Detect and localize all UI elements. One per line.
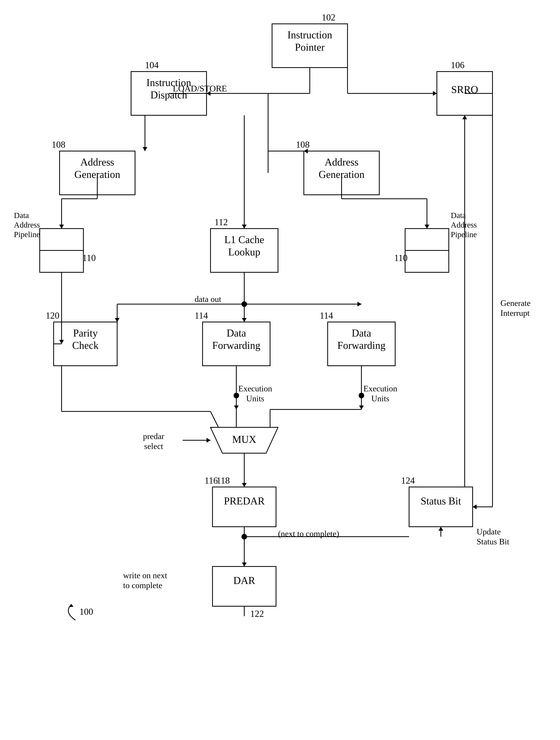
srro-label: SRRO — [438, 84, 491, 96]
ref-122: 122 — [250, 608, 264, 619]
pipeline-right-label: Data AddressPipeline — [451, 211, 490, 239]
data-out-label: data out — [195, 294, 221, 304]
generate-interrupt-label: GenerateInterrupt — [500, 298, 531, 318]
instruction-pointer-label: InstructionPointer — [273, 29, 346, 54]
ref-110-left: 110 — [82, 253, 96, 263]
svg-rect-8 — [40, 251, 83, 272]
ref-112: 112 — [214, 217, 228, 227]
ref-118: 118 — [216, 475, 230, 486]
addr-gen-right-label: AddressGeneration — [305, 156, 378, 181]
write-on-next-label: write on nextto complete — [123, 570, 167, 590]
status-bit-label: Status Bit — [410, 495, 472, 507]
ref-102: 102 — [322, 12, 335, 23]
ref-108-left: 108 — [51, 139, 65, 150]
parity-check-label: ParityCheck — [54, 327, 116, 352]
ref-120: 120 — [46, 310, 60, 321]
l1-cache-label: L1 CacheLookup — [212, 234, 277, 258]
ref-124: 124 — [401, 475, 415, 486]
ref-116: 116 — [205, 475, 218, 486]
pipeline-left-label: Data AddressPipeline — [14, 211, 53, 239]
svg-rect-9 — [405, 228, 449, 251]
addr-gen-left-label: AddressGeneration — [61, 156, 134, 181]
data-fwd-left-label: DataForwarding — [204, 327, 269, 352]
predar-select-label: predarselect — [143, 431, 164, 451]
diagram: 102 InstructionPointer 104 InstructionDi… — [0, 0, 560, 740]
exec-units-left-label: ExecutionUnits — [238, 384, 272, 404]
update-status-label: UpdateStatus Bit — [477, 527, 510, 547]
ref-104: 104 — [145, 60, 159, 71]
load-store-label: LOAD/STORE — [173, 84, 227, 94]
ref-110-right: 110 — [394, 253, 408, 263]
ref-114-right: 114 — [320, 310, 333, 321]
ref-106: 106 — [451, 60, 464, 71]
ref-108-right: 108 — [296, 139, 310, 150]
ref-114-left: 114 — [195, 310, 208, 321]
svg-rect-10 — [405, 251, 449, 272]
data-fwd-right-label: DataForwarding — [329, 327, 394, 352]
dar-label: DAR — [214, 574, 275, 587]
exec-units-right-label: ExecutionUnits — [363, 384, 397, 404]
predar-label: PREDAR — [214, 495, 275, 507]
next-to-complete-label: (next to complete) — [278, 529, 339, 539]
mux-label: MUX — [224, 433, 264, 446]
